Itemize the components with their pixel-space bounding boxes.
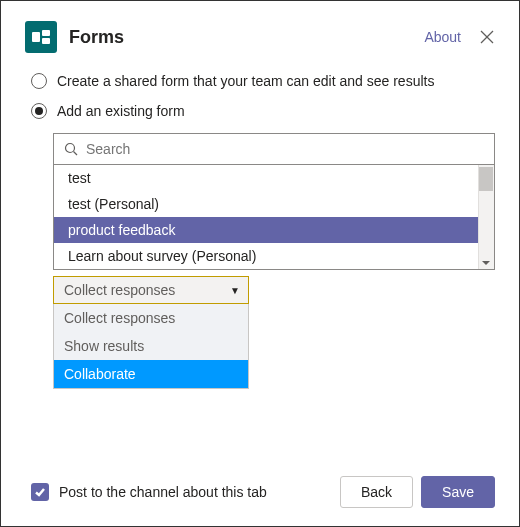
dialog-footer: Post to the channel about this tab Back … bbox=[25, 476, 495, 508]
close-icon bbox=[480, 30, 494, 44]
forms-glyph-icon bbox=[32, 30, 50, 44]
post-checkbox[interactable] bbox=[31, 483, 49, 501]
save-button[interactable]: Save bbox=[421, 476, 495, 508]
back-button[interactable]: Back bbox=[340, 476, 413, 508]
forms-app-icon bbox=[25, 21, 57, 53]
option-create-label: Create a shared form that your team can … bbox=[57, 73, 434, 89]
svg-rect-0 bbox=[32, 32, 40, 42]
list-item[interactable]: Learn about survey (Personal) bbox=[54, 243, 494, 269]
action-select[interactable]: Collect responses ▼ bbox=[53, 276, 249, 304]
option-add-label: Add an existing form bbox=[57, 103, 185, 119]
form-list: test test (Personal) product feedback Le… bbox=[53, 165, 495, 270]
action-select-value: Collect responses bbox=[64, 282, 175, 298]
header-actions: About bbox=[424, 29, 495, 45]
list-item[interactable]: test bbox=[54, 165, 494, 191]
option-add-existing[interactable]: Add an existing form bbox=[25, 103, 495, 119]
search-input[interactable] bbox=[86, 141, 484, 157]
scrollbar-thumb[interactable] bbox=[479, 167, 493, 191]
scrollbar[interactable] bbox=[478, 165, 494, 269]
list-item[interactable]: product feedback bbox=[54, 217, 494, 243]
about-link[interactable]: About bbox=[424, 29, 461, 45]
svg-line-6 bbox=[74, 152, 78, 156]
search-box[interactable] bbox=[53, 133, 495, 165]
option-create-form[interactable]: Create a shared form that your team can … bbox=[25, 73, 495, 89]
footer-buttons: Back Save bbox=[340, 476, 495, 508]
dialog-title: Forms bbox=[69, 27, 124, 48]
existing-form-area: test test (Personal) product feedback Le… bbox=[25, 133, 495, 389]
action-dropdown: Collect responses Show results Collabora… bbox=[53, 304, 249, 389]
forms-tab-dialog: Forms About Create a shared form that yo… bbox=[0, 0, 520, 527]
action-option[interactable]: Show results bbox=[54, 332, 248, 360]
svg-rect-2 bbox=[42, 38, 50, 44]
radio-unchecked-icon bbox=[31, 73, 47, 89]
svg-rect-1 bbox=[42, 30, 50, 36]
list-item[interactable]: test (Personal) bbox=[54, 191, 494, 217]
caret-down-icon: ▼ bbox=[230, 285, 240, 296]
chevron-down-icon bbox=[482, 259, 490, 267]
close-button[interactable] bbox=[479, 29, 495, 45]
radio-checked-icon bbox=[31, 103, 47, 119]
search-icon bbox=[64, 142, 78, 156]
checkmark-icon bbox=[34, 486, 46, 498]
action-option[interactable]: Collect responses bbox=[54, 304, 248, 332]
svg-point-5 bbox=[66, 144, 75, 153]
post-checkbox-label: Post to the channel about this tab bbox=[59, 484, 267, 500]
dialog-header: Forms About bbox=[25, 21, 495, 53]
action-option[interactable]: Collaborate bbox=[54, 360, 248, 388]
